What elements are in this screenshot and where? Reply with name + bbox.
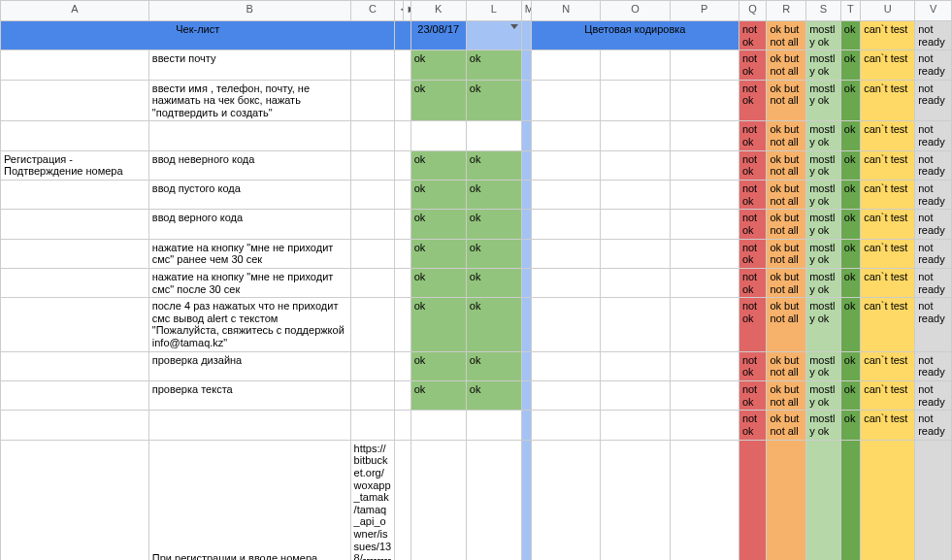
filter-icon[interactable] xyxy=(510,24,518,29)
table-row[interactable]: ввести имя , телефон, почту, не нажимать… xyxy=(1,80,952,121)
cell-status[interactable]: ok xyxy=(466,381,521,411)
cell-status[interactable]: ok xyxy=(466,298,521,352)
cell-text[interactable]: не будет xyxy=(410,440,466,560)
spreadsheet-grid[interactable]: A B C ◄ ► K L M N O P Q R S T U V Чек-ли… xyxy=(0,0,952,560)
cell-section[interactable] xyxy=(1,210,149,239)
col-L[interactable]: L xyxy=(466,1,521,21)
cell-section[interactable] xyxy=(1,298,149,352)
legend-cell: not ok xyxy=(739,381,767,411)
cell-status[interactable]: ok xyxy=(410,80,466,121)
cell-text[interactable]: ввести почту xyxy=(148,50,350,80)
col-O[interactable]: O xyxy=(601,1,670,21)
col-B[interactable]: B xyxy=(148,1,350,21)
table-row[interactable]: нажатие на кнопку "мне не приходит смс" … xyxy=(1,268,952,297)
cell-status[interactable]: ok xyxy=(410,150,466,180)
cell-status[interactable]: ok xyxy=(466,210,521,239)
cell-text[interactable]: При регистрации и вводе номера который е… xyxy=(148,440,350,560)
cell-section[interactable] xyxy=(1,381,149,411)
cell-section[interactable] xyxy=(1,411,149,440)
cell-section[interactable]: Регистрация - Подтверждение номера xyxy=(1,150,149,180)
cell[interactable] xyxy=(350,381,395,411)
cell-section[interactable] xyxy=(1,239,149,268)
cell[interactable] xyxy=(350,150,395,180)
expand-left-icon[interactable]: ◄ xyxy=(395,1,403,21)
col-U[interactable]: U xyxy=(861,1,915,21)
col-M[interactable]: M xyxy=(521,1,531,21)
cell-text[interactable]: ввести имя , телефон, почту, не нажимать… xyxy=(148,80,350,121)
cell-status[interactable]: ok xyxy=(410,239,466,268)
cell-status[interactable]: ok xyxy=(466,268,521,297)
cell-section[interactable] xyxy=(1,351,149,380)
cell-text[interactable]: нажатие на кнопку "мне не приходит смс" … xyxy=(148,239,350,268)
cell[interactable] xyxy=(350,50,395,80)
col-P[interactable]: P xyxy=(670,1,739,21)
cell[interactable] xyxy=(350,80,395,121)
cell[interactable] xyxy=(350,121,395,150)
cell-status[interactable]: ok xyxy=(466,181,521,210)
cell-status[interactable]: ok xyxy=(410,351,466,380)
table-row[interactable]: после 4 раз нажатых что не приходит смс … xyxy=(1,298,952,352)
cell-text[interactable]: после 4 раз нажатых что не приходит смс … xyxy=(148,298,350,352)
table-row[interactable]: проверка дизайнаokoknot okok but not all… xyxy=(1,351,952,380)
date-header[interactable]: 23/08/17 xyxy=(410,21,466,50)
cell-status[interactable]: ok xyxy=(466,239,521,268)
cell[interactable] xyxy=(350,351,395,380)
cell-status[interactable] xyxy=(410,121,466,150)
cell-status[interactable]: ok xyxy=(410,381,466,411)
cell-text[interactable]: ввод пустого кода xyxy=(148,181,350,210)
cell-text[interactable]: нажатие на кнопку "мне не приходит смс" … xyxy=(148,268,350,297)
cell-status[interactable]: ok xyxy=(466,351,521,380)
cell-status[interactable]: ok xyxy=(466,80,521,121)
cell-section[interactable] xyxy=(1,268,149,297)
cell-section[interactable] xyxy=(1,181,149,210)
cell-status[interactable]: ok xyxy=(466,50,521,80)
cell-status[interactable]: ok xyxy=(410,210,466,239)
cell-status[interactable] xyxy=(466,121,521,150)
col-T[interactable]: T xyxy=(840,1,860,21)
table-row[interactable]: нажатие на кнопку "мне не приходит смс" … xyxy=(1,239,952,268)
cell-status[interactable]: ok xyxy=(410,268,466,297)
cell[interactable] xyxy=(350,239,395,268)
cell-section[interactable] xyxy=(1,50,149,80)
col-S[interactable]: S xyxy=(806,1,841,21)
cell-link[interactable]: https://bitbucket.org/woxapp_tamak/tamaq… xyxy=(350,440,395,560)
table-row[interactable]: not okok but not allmostly okokcan`t tes… xyxy=(1,411,952,440)
col-V[interactable]: V xyxy=(915,1,952,21)
cell[interactable] xyxy=(350,298,395,352)
cell-section[interactable] xyxy=(1,121,149,150)
cell-section[interactable] xyxy=(1,80,149,121)
table-row[interactable]: not okok but not allmostly okokcan`t tes… xyxy=(1,121,952,150)
col-Q[interactable]: Q xyxy=(739,1,767,21)
cell[interactable] xyxy=(350,268,395,297)
col-R[interactable]: R xyxy=(767,1,806,21)
col-A[interactable]: A xyxy=(1,1,149,21)
table-row[interactable]: ввод пустого кодаokoknot okok but not al… xyxy=(1,181,952,210)
cell-status[interactable]: ok xyxy=(466,150,521,180)
cell-status[interactable]: ok xyxy=(410,50,466,80)
col-N[interactable]: N xyxy=(531,1,600,21)
cell-status[interactable]: ok xyxy=(410,181,466,210)
cell-text[interactable]: проверка текста xyxy=(148,381,350,411)
cell-text[interactable]: ввод неверного кода xyxy=(148,150,350,180)
cell-text[interactable] xyxy=(148,411,350,440)
legend-cell: mostly ok xyxy=(806,150,841,180)
cell-text[interactable] xyxy=(148,121,350,150)
expand-right-icon[interactable]: ► xyxy=(403,1,410,21)
cell[interactable] xyxy=(350,411,395,440)
header-row: Чек-лист 23/08/17 Цветовая кодировка not… xyxy=(1,21,952,50)
table-row[interactable]: ввести почтуokoknot okok but not allmost… xyxy=(1,50,952,80)
cell-status[interactable] xyxy=(466,411,521,440)
cell[interactable] xyxy=(350,210,395,239)
cell[interactable] xyxy=(350,181,395,210)
cell-text[interactable]: ввод верного кода xyxy=(148,210,350,239)
cell-text[interactable]: проверка дизайна xyxy=(148,351,350,380)
col-K[interactable]: K xyxy=(410,1,466,21)
cell-status[interactable]: ok xyxy=(410,298,466,352)
filter-cell[interactable] xyxy=(466,21,521,50)
table-row[interactable]: Регистрация - Подтверждение номераввод н… xyxy=(1,150,952,180)
cell-status[interactable] xyxy=(410,411,466,440)
table-row[interactable]: ввод верного кодаokoknot okok but not al… xyxy=(1,210,952,239)
table-row[interactable]: проверка текстаokoknot okok but not allm… xyxy=(1,381,952,411)
col-C[interactable]: C xyxy=(350,1,395,21)
table-row[interactable]: При регистрации и вводе номера который е… xyxy=(1,440,952,560)
